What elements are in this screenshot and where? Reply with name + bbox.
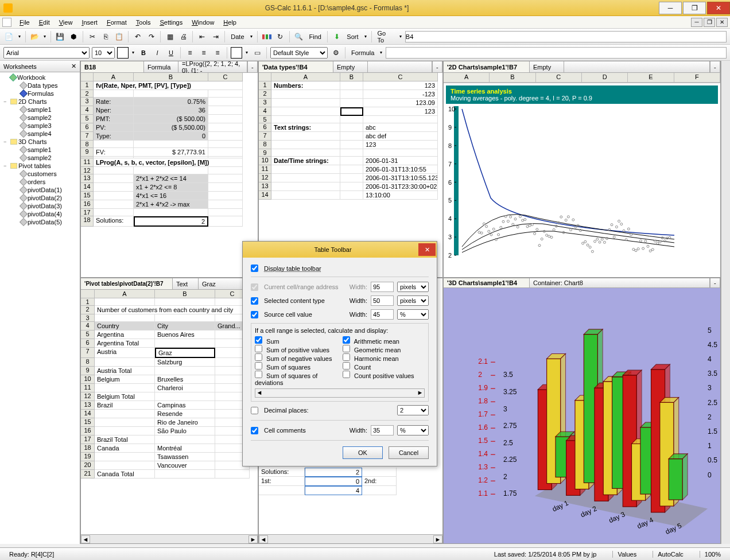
find-icon[interactable]: 🔍 bbox=[293, 31, 305, 42]
style-select[interactable]: Default Style bbox=[270, 47, 328, 59]
tree-item[interactable]: Workbook bbox=[1, 73, 79, 81]
app-menu-icon[interactable] bbox=[2, 18, 11, 27]
menu-view[interactable]: View bbox=[55, 17, 77, 28]
copy-icon[interactable]: ⎘ bbox=[100, 31, 111, 42]
align-center-icon[interactable]: ≡ bbox=[198, 47, 209, 59]
maximize-button[interactable]: ❐ bbox=[683, 2, 706, 14]
menu-tools[interactable]: Tools bbox=[131, 17, 156, 28]
redo-icon[interactable]: ↷ bbox=[146, 31, 157, 42]
opt-checkbox[interactable] bbox=[251, 297, 258, 305]
status-values[interactable]: Values bbox=[612, 551, 641, 558]
goto-input[interactable] bbox=[405, 31, 727, 42]
formula-dropdown[interactable]: ▾ bbox=[379, 50, 383, 55]
menu-settings[interactable]: Settings bbox=[155, 17, 187, 28]
comments-checkbox[interactable] bbox=[251, 427, 258, 434]
date-dropdown[interactable]: ▾ bbox=[249, 34, 254, 39]
chart-icon[interactable]: ▮▮▮ bbox=[261, 31, 273, 42]
status-autocalc[interactable]: AutoCalc bbox=[653, 551, 688, 558]
calc-checkbox[interactable] bbox=[343, 336, 350, 344]
tree-item[interactable]: sample1 bbox=[1, 146, 79, 154]
tree-item[interactable]: −2D Charts bbox=[1, 98, 79, 106]
fill-color-dropdown[interactable]: ▾ bbox=[244, 50, 249, 55]
tree-item[interactable]: pivotData(2) bbox=[1, 194, 79, 202]
new-dropdown[interactable]: ▾ bbox=[17, 34, 22, 39]
decimal-checkbox[interactable] bbox=[251, 407, 258, 414]
tree-item[interactable]: Formulas bbox=[1, 90, 79, 98]
cellref[interactable]: 'Data types'!B4 bbox=[259, 61, 333, 72]
borders-icon[interactable]: ▭ bbox=[251, 47, 263, 59]
hscrollbar[interactable]: ◄► bbox=[81, 534, 258, 543]
open-icon[interactable]: 📂 bbox=[29, 31, 40, 42]
dialog-close-button[interactable]: ✕ bbox=[418, 243, 436, 256]
pane-dash[interactable]: - bbox=[432, 61, 442, 72]
calc-checkbox[interactable] bbox=[343, 345, 350, 352]
pane-dash[interactable]: - bbox=[710, 278, 720, 287]
cut-icon[interactable]: ✂ bbox=[87, 31, 98, 42]
cellref[interactable]: B18 bbox=[81, 61, 144, 72]
hscrollbar[interactable]: ◄► bbox=[259, 534, 442, 543]
paste-icon[interactable]: 📋 bbox=[114, 31, 125, 42]
width-input[interactable] bbox=[371, 295, 394, 306]
menu-edit[interactable]: Edit bbox=[34, 17, 55, 28]
tree-item[interactable]: sample2 bbox=[1, 114, 79, 122]
link-back-icon[interactable]: ⇤ bbox=[196, 31, 208, 42]
save-as-icon[interactable]: ⬢ bbox=[68, 31, 79, 42]
new-icon[interactable]: 📄 bbox=[3, 31, 15, 42]
ok-button[interactable]: OK bbox=[343, 446, 383, 459]
unit-select[interactable]: % bbox=[397, 309, 429, 320]
calc-checkbox[interactable] bbox=[343, 362, 350, 370]
worksheet-tree[interactable]: WorkbookData typesFormulas−2D Chartssamp… bbox=[0, 72, 80, 544]
font-color-dropdown[interactable]: ▾ bbox=[131, 50, 135, 55]
tree-item[interactable]: sample2 bbox=[1, 154, 79, 162]
pane-dash[interactable]: - bbox=[247, 61, 258, 72]
close-button[interactable]: ✕ bbox=[707, 2, 730, 14]
calc-checkbox[interactable] bbox=[255, 345, 262, 352]
print-icon[interactable]: 🖨 bbox=[178, 31, 189, 42]
menu-file[interactable]: File bbox=[15, 17, 34, 28]
sort-icon[interactable]: ⬇ bbox=[331, 31, 343, 42]
calc-checkbox[interactable] bbox=[255, 353, 262, 361]
tree-item[interactable]: customers bbox=[1, 170, 79, 178]
menu-help[interactable]: Help bbox=[219, 17, 241, 28]
mdi-minimize-button[interactable]: ─ bbox=[691, 18, 702, 27]
cellref[interactable]: '3D Charts\sample1'!B4 bbox=[444, 278, 530, 287]
tree-item[interactable]: pivotData(4) bbox=[1, 210, 79, 218]
status-zoom[interactable]: 100% bbox=[700, 551, 725, 558]
comments-width-input[interactable] bbox=[371, 425, 394, 435]
tree-item[interactable]: orders bbox=[1, 178, 79, 186]
calc-checkbox[interactable] bbox=[255, 362, 262, 370]
calc-checkbox[interactable] bbox=[343, 371, 350, 378]
tree-item[interactable]: sample4 bbox=[1, 130, 79, 138]
sort-button[interactable]: Sort bbox=[344, 33, 360, 40]
grid-pivot[interactable]: ABC12Number of customers from each count… bbox=[81, 290, 258, 534]
mdi-close-button[interactable]: ✕ bbox=[716, 18, 728, 27]
goto-dropdown[interactable]: ▾ bbox=[398, 34, 403, 39]
goto-button[interactable]: Go To bbox=[375, 30, 396, 44]
size-select[interactable]: 10 bbox=[92, 47, 115, 59]
mdi-restore-button[interactable]: ❐ bbox=[704, 18, 715, 27]
italic-icon[interactable]: I bbox=[152, 47, 163, 59]
group-hscroll[interactable]: ◄► bbox=[255, 388, 425, 398]
grid-formulas[interactable]: ABC1fv(Rate, Nper, PMT, [PV], [Type])23R… bbox=[81, 73, 258, 277]
font-select[interactable]: Arial bbox=[3, 47, 90, 59]
grid-icon[interactable]: ▦ bbox=[164, 31, 176, 42]
opt-checkbox[interactable] bbox=[251, 311, 258, 318]
tree-item[interactable]: sample1 bbox=[1, 106, 79, 114]
tree-item[interactable]: pivotData(1) bbox=[1, 186, 79, 194]
open-dropdown[interactable]: ▾ bbox=[42, 34, 47, 39]
cellref[interactable]: '2D Charts\sample1'!B7 bbox=[444, 61, 530, 72]
bold-icon[interactable]: B bbox=[138, 47, 149, 59]
comments-unit-select[interactable]: % bbox=[397, 425, 429, 435]
minimize-button[interactable]: ─ bbox=[659, 2, 682, 14]
tree-item[interactable]: pivotData(5) bbox=[1, 218, 79, 226]
undo-icon[interactable]: ↶ bbox=[132, 31, 143, 42]
menu-format[interactable]: Format bbox=[102, 17, 131, 28]
tree-item[interactable]: Data types bbox=[1, 81, 79, 90]
formula-input[interactable] bbox=[386, 47, 727, 59]
chart-3d-area[interactable]: 1.11.21.31.41.51.61.71.81.922.1 1.7522.2… bbox=[444, 288, 720, 544]
decimal-select[interactable]: 2 bbox=[397, 405, 429, 415]
tree-item[interactable]: −3D Charts bbox=[1, 138, 79, 146]
width-input[interactable] bbox=[371, 282, 394, 292]
cellref[interactable]: 'Pivot tables\pivotData(2)'!B7 bbox=[81, 278, 173, 289]
display-toolbar-checkbox[interactable] bbox=[251, 265, 258, 272]
